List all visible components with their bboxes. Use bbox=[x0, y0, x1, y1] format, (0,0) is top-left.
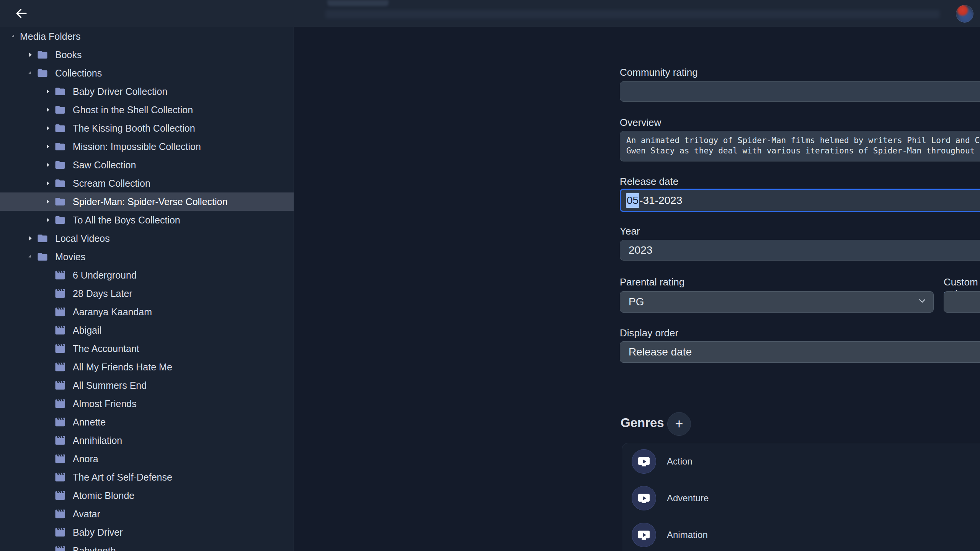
caret-collapsed-icon[interactable] bbox=[24, 232, 37, 245]
tree-item-abigail[interactable]: Abigail bbox=[0, 321, 294, 339]
caret-collapsed-icon[interactable] bbox=[41, 122, 54, 135]
tree-item-all-my-friends-hate-me[interactable]: All My Friends Hate Me bbox=[0, 358, 294, 376]
tree-item-label: All My Friends Hate Me bbox=[73, 362, 172, 373]
genre-media-icon bbox=[632, 523, 656, 547]
display-order-select[interactable]: Release date bbox=[620, 341, 980, 363]
tree-item-to-all-the-boys-collection[interactable]: To All the Boys Collection bbox=[0, 211, 294, 229]
tree-item-label: Scream Collection bbox=[73, 178, 150, 189]
parental-rating-select[interactable]: PG bbox=[620, 291, 934, 313]
genre-row-adventure[interactable]: Adventure bbox=[622, 480, 980, 517]
tree-item-anora[interactable]: Anora bbox=[0, 450, 294, 468]
tree-item-the-accountant[interactable]: The Accountant bbox=[0, 339, 294, 358]
folder-icon bbox=[54, 159, 66, 171]
tree-item-aaranya-kaandam[interactable]: Aaranya Kaandam bbox=[0, 303, 294, 321]
caret-collapsed-icon[interactable] bbox=[41, 195, 54, 208]
movie-icon bbox=[54, 435, 66, 446]
tree-item-the-kissing-booth-collection[interactable]: The Kissing Booth Collection bbox=[0, 119, 294, 137]
release-date-input[interactable]: 05-31-2023 bbox=[620, 189, 980, 212]
year-input[interactable]: 2023 bbox=[620, 240, 980, 261]
caret-collapsed-icon[interactable] bbox=[41, 158, 54, 171]
plus-icon: + bbox=[675, 417, 683, 431]
caret-collapsed-icon[interactable] bbox=[41, 103, 54, 116]
tree-item-label: Ghost in the Shell Collection bbox=[73, 104, 193, 116]
caret-expanded-icon[interactable] bbox=[23, 66, 38, 80]
folder-icon bbox=[54, 178, 66, 189]
tree-item-movies[interactable]: Movies bbox=[0, 248, 294, 266]
tree-item-avatar[interactable]: Avatar bbox=[0, 505, 294, 523]
tree-item-label: All Summers End bbox=[73, 380, 147, 391]
folder-icon bbox=[54, 141, 66, 152]
movie-icon bbox=[54, 490, 66, 501]
movie-icon bbox=[54, 380, 66, 391]
genres-heading: Genres bbox=[621, 416, 664, 430]
community-rating-input[interactable] bbox=[620, 81, 980, 102]
user-avatar[interactable] bbox=[956, 5, 973, 23]
overview-textarea[interactable]: An animated trilogy of Spider-Man films … bbox=[620, 131, 980, 161]
tree-item-media-folders[interactable]: Media Folders bbox=[0, 27, 294, 46]
tree-item-local-videos[interactable]: Local Videos bbox=[0, 229, 294, 248]
parental-rating-value: PG bbox=[629, 296, 644, 308]
movie-icon bbox=[54, 527, 66, 538]
genre-row-animation[interactable]: Animation bbox=[622, 517, 980, 551]
genres-list: ActionAdventureAnimationScience Fiction bbox=[622, 443, 980, 551]
caret-collapsed-icon[interactable] bbox=[41, 140, 54, 153]
display-order-label: Display order bbox=[620, 327, 678, 339]
caret-collapsed-icon[interactable] bbox=[41, 177, 54, 190]
folder-icon bbox=[54, 196, 66, 207]
tree-item-the-art-of-self-defense[interactable]: The Art of Self-Defense bbox=[0, 468, 294, 486]
tree-item-label: Annihilation bbox=[73, 435, 122, 446]
folder-icon bbox=[54, 214, 66, 226]
date-segment-selected[interactable]: 05 bbox=[626, 193, 639, 208]
tree-item-label: 6 Underground bbox=[73, 270, 137, 281]
tree-item-label: Local Videos bbox=[55, 233, 110, 244]
tree-item-label: Anora bbox=[73, 453, 98, 465]
tree-item-mission-impossible-collection[interactable]: Mission: Impossible Collection bbox=[0, 137, 294, 156]
movie-icon bbox=[54, 416, 66, 428]
tree-item-annihilation[interactable]: Annihilation bbox=[0, 431, 294, 450]
tree-item-label: Almost Friends bbox=[73, 398, 137, 409]
tree-item-baby-driver[interactable]: Baby Driver bbox=[0, 523, 294, 541]
custom-rating-select[interactable] bbox=[944, 291, 980, 313]
metadata-editor-form: Community rating Overview An animated tr… bbox=[294, 27, 980, 551]
caret-collapsed-icon[interactable] bbox=[41, 214, 54, 227]
tree-item-almost-friends[interactable]: Almost Friends bbox=[0, 395, 294, 413]
add-genre-button[interactable]: + bbox=[667, 412, 691, 436]
movie-icon bbox=[54, 545, 66, 551]
tree-item-label: The Art of Self-Defense bbox=[73, 472, 172, 483]
tree-item-label: Spider-Man: Spider-Verse Collection bbox=[73, 196, 227, 207]
parental-rating-label: Parental rating bbox=[620, 276, 684, 288]
tree-item-babyteeth[interactable]: Babyteeth bbox=[0, 541, 294, 551]
display-order-value: Release date bbox=[629, 346, 692, 358]
tree-item-6-underground[interactable]: 6 Underground bbox=[0, 266, 294, 284]
movie-icon bbox=[54, 471, 66, 483]
top-app-bar bbox=[0, 0, 980, 27]
tree-item-atomic-blonde[interactable]: Atomic Blonde bbox=[0, 486, 294, 505]
tree-item-label: Books bbox=[55, 49, 82, 60]
tree-item-label: Baby Driver Collection bbox=[73, 86, 167, 97]
tree-item-28-days-later[interactable]: 28 Days Later bbox=[0, 284, 294, 303]
genre-label: Adventure bbox=[667, 493, 709, 504]
tree-item-all-summers-end[interactable]: All Summers End bbox=[0, 376, 294, 395]
folder-icon bbox=[37, 233, 48, 244]
tree-item-collections[interactable]: Collections bbox=[0, 64, 294, 82]
movie-icon bbox=[54, 269, 66, 281]
folder-icon bbox=[54, 104, 66, 116]
tree-item-scream-collection[interactable]: Scream Collection bbox=[0, 174, 294, 192]
genre-row-action[interactable]: Action bbox=[622, 443, 980, 480]
date-segment-rest[interactable]: -31-2023 bbox=[639, 194, 682, 207]
tree-item-label: The Kissing Booth Collection bbox=[73, 123, 195, 134]
tree-item-saw-collection[interactable]: Saw Collection bbox=[0, 156, 294, 174]
back-button[interactable] bbox=[14, 7, 29, 22]
caret-collapsed-icon[interactable] bbox=[24, 48, 37, 61]
movie-icon bbox=[54, 361, 66, 373]
tree-item-books[interactable]: Books bbox=[0, 46, 294, 64]
tree-item-label: To All the Boys Collection bbox=[73, 215, 180, 226]
caret-expanded-icon[interactable] bbox=[6, 29, 21, 44]
tree-item-annette[interactable]: Annette bbox=[0, 413, 294, 431]
movie-icon bbox=[54, 324, 66, 336]
caret-collapsed-icon[interactable] bbox=[41, 85, 54, 98]
tree-item-spider-man-spider-verse-collection[interactable]: Spider-Man: Spider-Verse Collection bbox=[0, 192, 294, 211]
tree-item-baby-driver-collection[interactable]: Baby Driver Collection bbox=[0, 82, 294, 101]
tree-item-ghost-in-the-shell-collection[interactable]: Ghost in the Shell Collection bbox=[0, 101, 294, 119]
caret-expanded-icon[interactable] bbox=[23, 249, 38, 264]
